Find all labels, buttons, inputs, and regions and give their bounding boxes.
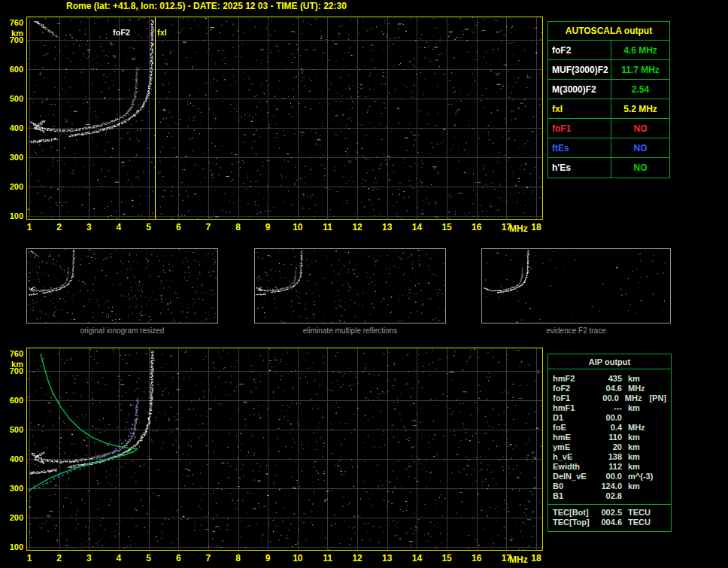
aip-param-value: 20 — [596, 442, 622, 452]
aip-param-value: 138 — [596, 452, 622, 462]
aip-param-unit: m^(-3) — [628, 472, 653, 481]
autoscala-param-value: NO — [611, 119, 669, 138]
x-axis-tick: 6 — [171, 553, 186, 563]
x-axis-tick: 7 — [201, 222, 216, 232]
aip-param-unit: TECU — [628, 508, 651, 518]
autoscala-param-label: h'Es — [548, 158, 611, 178]
aip-param-label: hmF1 — [553, 403, 596, 413]
autoscala-param-label: foF2 — [548, 41, 611, 59]
x-axis-tick: 3 — [81, 222, 96, 232]
x-axis-tick: 16 — [469, 222, 484, 232]
thumbnail-f2-trace — [481, 248, 671, 323]
foF2-marker-label: foF2 — [113, 28, 130, 37]
y-axis-unit-label: km — [4, 360, 23, 369]
autoscala-param-value: 2.54 — [611, 80, 669, 99]
aip-row: hmF2435km — [553, 374, 666, 384]
aip-row: B0124.0km — [553, 481, 666, 491]
aip-param-unit: MHz — [628, 384, 645, 393]
y-axis-tick: 400 — [4, 454, 23, 463]
autoscala-param-value: 11.7 MHz — [611, 60, 669, 79]
aip-param-label: hmE — [553, 433, 596, 442]
x-axis-tick: 2 — [52, 553, 67, 563]
ionogram-top-canvas — [27, 17, 542, 219]
aip-param-unit: km — [628, 374, 640, 384]
aip-tec-section: TEC[Bot]002.5TECUTEC[Top]004.6TECU — [548, 504, 671, 531]
y-axis-unit-label: km — [4, 29, 23, 38]
y-axis-tick: 200 — [4, 182, 23, 191]
y-axis-tick: 760 — [4, 18, 23, 27]
y-axis-tick: 400 — [4, 123, 23, 132]
y-axis-tick: 100 — [4, 542, 23, 551]
x-axis-tick: 16 — [469, 553, 484, 563]
autoscala-param-label: fxI — [548, 99, 611, 118]
x-axis-tick: 4 — [111, 553, 126, 563]
aip-param-label: hmF2 — [553, 374, 596, 384]
aip-param-note: [PN] — [649, 393, 666, 403]
thumbnail-no-multiples-canvas — [255, 249, 445, 323]
autoscala-param-label: ftEs — [548, 138, 611, 157]
aip-param-label: B1 — [553, 491, 596, 501]
aip-row: h_vE138km — [553, 452, 666, 462]
thumbnail-caption-original: original ionogram resized — [26, 327, 218, 335]
thumbnail-f2-trace-canvas — [482, 249, 670, 323]
page-title: Rome (lat: +41.8, lon: 012.5) - DATE: 20… — [66, 1, 347, 11]
y-axis-tick: 500 — [4, 425, 23, 434]
thumbnail-caption-f2-trace: evidence F2 trace — [481, 327, 671, 335]
autoscala-row: M(3000)F22.54 — [548, 80, 669, 99]
y-axis-tick: 600 — [4, 65, 23, 74]
aip-param-value: 435 — [596, 374, 622, 384]
x-axis-tick: 9 — [260, 553, 275, 563]
x-axis-tick: 10 — [290, 222, 305, 232]
x-axis-tick: 8 — [231, 553, 246, 563]
aip-param-value: 00.0 — [596, 413, 622, 423]
aip-param-value: 112 — [596, 462, 622, 472]
autoscala-row: foF24.6 MHz — [548, 41, 669, 60]
aip-row: foF100.0MHz[PN] — [553, 393, 666, 403]
aip-param-label: D1 — [553, 413, 596, 423]
autoscala-param-label: M(3000)F2 — [548, 80, 611, 99]
autoscala-row: h'EsNO — [548, 158, 669, 178]
aip-param-label: ymE — [553, 442, 596, 452]
x-axis-tick: 18 — [529, 553, 544, 563]
aip-row: hmE110km — [553, 433, 666, 442]
x-axis-tick: 15 — [439, 553, 454, 563]
x-axis-tick: 14 — [409, 222, 424, 232]
x-axis-tick: 10 — [290, 553, 305, 563]
x-axis-tick: 11 — [320, 553, 335, 563]
autoscala-screen: Rome (lat: +41.8, lon: 012.5) - DATE: 20… — [0, 0, 728, 568]
x-axis-tick: 11 — [320, 222, 335, 232]
aip-param-label: Ewidth — [553, 462, 596, 472]
aip-param-unit: TECU — [628, 518, 651, 527]
y-axis-tick: 100 — [4, 211, 23, 220]
x-axis-tick: 1 — [22, 222, 37, 232]
x-axis-tick: 5 — [141, 222, 156, 232]
aip-row: D100.0 — [553, 413, 666, 423]
x-axis-tick: 3 — [81, 553, 96, 563]
autoscala-rows: foF24.6 MHzMUF(3000)F211.7 MHzM(3000)F22… — [548, 41, 669, 178]
aip-param-unit: km — [628, 462, 640, 472]
aip-param-label: h_vE — [553, 452, 596, 462]
x-axis-tick: 13 — [380, 222, 395, 232]
aip-row: foE0.4MHz — [553, 423, 666, 433]
aip-panel: AIP output hmF2435kmfoF204.6MHzfoF100.0M… — [548, 354, 672, 532]
x-axis-tick: 18 — [529, 222, 544, 232]
aip-param-label: TEC[Top] — [553, 518, 596, 527]
aip-param-unit: km — [628, 481, 640, 491]
aip-rows: hmF2435kmfoF204.6MHzfoF100.0MHz[PN]hmF1-… — [548, 369, 671, 504]
x-axis-tick: 12 — [350, 553, 365, 563]
aip-param-unit: km — [628, 442, 640, 452]
aip-row: DelN_vE00.0m^(-3) — [553, 472, 666, 481]
y-axis-tick: 500 — [4, 94, 23, 103]
y-axis-tick: 300 — [4, 153, 23, 162]
aip-param-label: DelN_vE — [553, 472, 596, 481]
aip-param-unit: km — [628, 433, 640, 442]
aip-row: foF204.6MHz — [553, 384, 666, 393]
aip-param-value: 124.0 — [596, 481, 622, 491]
autoscala-param-label: MUF(3000)F2 — [548, 60, 611, 79]
aip-row: hmF1---km — [553, 403, 666, 413]
aip-row: Ewidth112km — [553, 462, 666, 472]
aip-panel-title: AIP output — [548, 354, 671, 369]
aip-param-label: foF2 — [553, 384, 596, 393]
ionogram-bottom: 123456789101112131415161718MHz7607006005… — [26, 348, 543, 551]
x-axis-tick: 9 — [260, 222, 275, 232]
